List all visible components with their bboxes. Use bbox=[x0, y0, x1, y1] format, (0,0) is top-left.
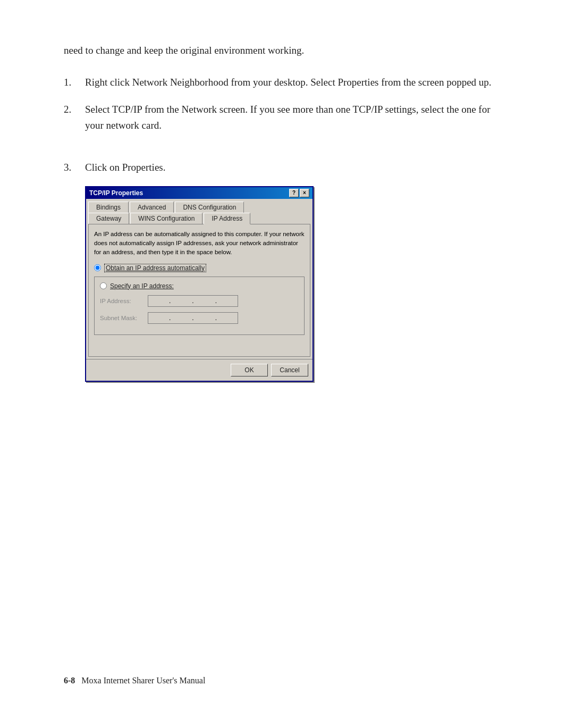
ip-seg-3[interactable] bbox=[195, 296, 215, 306]
tabs-row-1: Bindings Advanced DNS Configuration bbox=[88, 201, 310, 212]
close-button[interactable]: × bbox=[300, 189, 309, 197]
tab-ip-address[interactable]: IP Address bbox=[204, 213, 250, 224]
ip-seg-4[interactable] bbox=[217, 296, 238, 306]
dialog-title: TCP/IP Properties bbox=[89, 189, 143, 197]
subnet-seg-3[interactable] bbox=[195, 313, 215, 323]
dialog-titlebar: TCP/IP Properties ? × bbox=[86, 187, 313, 199]
step-1-num: 1. bbox=[64, 74, 85, 90]
step-3-label: 3. Click on Properties. bbox=[64, 160, 510, 175]
dialog-body: Bindings Advanced DNS Configuration bbox=[86, 199, 313, 359]
radio-auto-option[interactable]: Obtain an IP address automatically bbox=[94, 264, 305, 272]
cancel-button[interactable]: Cancel bbox=[271, 364, 308, 376]
tab-content-ip: An IP address can be automatically assig… bbox=[88, 224, 310, 357]
tabs-row-2: Gateway WINS Configuration IP Address bbox=[88, 212, 310, 224]
page-footer: 6-8 Moxa Internet Sharer User's Manual bbox=[64, 655, 510, 685]
ip-seg-1[interactable] bbox=[148, 296, 168, 306]
tab-gateway[interactable]: Gateway bbox=[88, 213, 129, 224]
step-3-wrapper: 3. Click on Properties. TCP/IP Propertie… bbox=[64, 160, 510, 382]
dialog-controls: ? × bbox=[289, 189, 309, 197]
subnet-seg-1[interactable] bbox=[148, 313, 168, 323]
tab-advanced[interactable]: Advanced bbox=[130, 202, 174, 213]
step-3-text: Click on Properties. bbox=[85, 160, 165, 175]
step-1-text: Right click Network Neighborhood from yo… bbox=[85, 74, 510, 90]
tab-bindings[interactable]: Bindings bbox=[88, 202, 129, 213]
help-button[interactable]: ? bbox=[289, 189, 299, 197]
step-2: 2. Select TCP/IP from the Network screen… bbox=[64, 102, 510, 134]
tab-wins[interactable]: WINS Configuration bbox=[130, 213, 202, 224]
ip-description: An IP address can be automatically assig… bbox=[94, 230, 305, 257]
chapter-number: 6-8 bbox=[64, 676, 75, 685]
steps-list: 1. Right click Network Neighborhood from… bbox=[64, 74, 510, 144]
ip-address-row: IP Address: . . . bbox=[100, 295, 299, 307]
radio-specify[interactable] bbox=[100, 282, 107, 289]
ok-button[interactable]: OK bbox=[231, 364, 268, 376]
subnet-seg-4[interactable] bbox=[217, 313, 238, 323]
subnet-mask-label: Subnet Mask: bbox=[100, 315, 148, 321]
ip-seg-2[interactable] bbox=[171, 296, 191, 306]
radio-auto[interactable] bbox=[94, 264, 101, 271]
step-3-num: 3. bbox=[64, 160, 85, 175]
tcpip-dialog: TCP/IP Properties ? × Bindings bbox=[85, 186, 314, 382]
tab-spacer bbox=[94, 335, 305, 351]
intro-paragraph: need to change and keep the original env… bbox=[64, 43, 510, 58]
page: need to change and keep the original env… bbox=[0, 0, 574, 728]
ip-address-input-group[interactable]: . . . bbox=[148, 295, 238, 307]
step-1: 1. Right click Network Neighborhood from… bbox=[64, 74, 510, 90]
tabs-area: Bindings Advanced DNS Configuration bbox=[88, 201, 310, 357]
step-2-text: Select TCP/IP from the Network screen. I… bbox=[85, 102, 510, 134]
radio-auto-label: Obtain an IP address automatically bbox=[104, 264, 206, 272]
specify-ip-group: Specify an IP address: IP Address: . bbox=[94, 277, 305, 335]
specify-header[interactable]: Specify an IP address: bbox=[100, 282, 299, 290]
footer-text: Moxa Internet Sharer User's Manual bbox=[81, 676, 205, 685]
ip-address-label: IP Address: bbox=[100, 298, 148, 304]
tab-dns[interactable]: DNS Configuration bbox=[175, 202, 244, 213]
subnet-mask-input-group[interactable]: . . . bbox=[148, 312, 238, 324]
step-2-num: 2. bbox=[64, 102, 85, 134]
subnet-seg-2[interactable] bbox=[171, 313, 191, 323]
dialog-footer: OK Cancel bbox=[86, 359, 313, 381]
radio-specify-label: Specify an IP address: bbox=[110, 282, 174, 290]
subnet-mask-row: Subnet Mask: . . . bbox=[100, 312, 299, 324]
dialog-container: TCP/IP Properties ? × Bindings bbox=[85, 186, 510, 382]
spacer bbox=[64, 382, 510, 655]
